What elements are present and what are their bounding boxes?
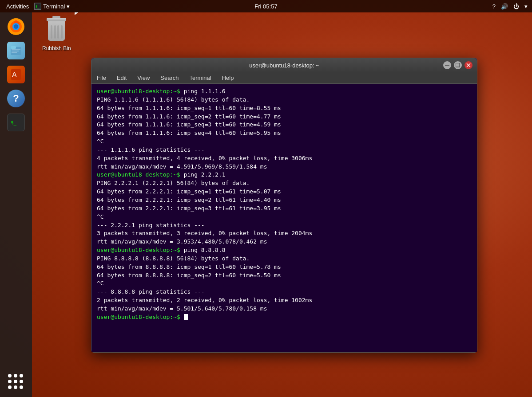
terminal-window-title: user@ubuntu18-desktop: ~ <box>249 62 319 69</box>
svg-text:$_: $_ <box>36 5 40 8</box>
terminal-line: user@ubuntu18-desktop:~$ ping 8.8.8.8 <box>97 246 472 255</box>
activities-button[interactable]: Activities <box>4 3 31 10</box>
terminal-output-line: 64 bytes from 2.2.2.1: icmp_seq=1 ttl=61… <box>97 188 472 196</box>
terminal-menubar: File Edit View Search Terminal Help <box>91 72 477 84</box>
sidebar-item-terminal[interactable]: $_ <box>5 112 27 133</box>
terminal-output-line: 64 bytes from 8.8.8.8: icmp_seq=1 ttl=60… <box>97 263 472 271</box>
topbar-clock: Fri 05:57 <box>254 3 277 10</box>
terminal-output-line: PING 1.1.1.6 (1.1.1.6) 56(84) bytes of d… <box>97 96 472 104</box>
system-dropdown-arrow[interactable]: ▾ <box>524 3 528 10</box>
svg-rect-10 <box>12 52 17 53</box>
rubbish-bin-label: Rubbish Bin <box>42 45 71 51</box>
firefox-icon <box>7 17 25 36</box>
svg-text:A: A <box>12 71 17 79</box>
svg-point-5 <box>14 24 18 29</box>
topbar-terminal-menu[interactable]: $_ Terminal ▾ <box>34 3 70 10</box>
menu-view[interactable]: View <box>135 74 151 82</box>
terminal-content[interactable]: user@ubuntu18-desktop:~$ ping 1.1.1.6PIN… <box>91 84 477 352</box>
sidebar: A ? $_ <box>0 12 32 397</box>
terminal-dock-icon: $_ <box>7 114 25 131</box>
minimize-button[interactable] <box>443 61 451 69</box>
terminal-output-line: 64 bytes from 1.1.1.6: icmp_seq=1 ttl=60… <box>97 104 472 113</box>
terminal-output-line: 64 bytes from 1.1.1.6: icmp_seq=4 ttl=60… <box>97 129 472 138</box>
power-icon[interactable]: ⏻ <box>513 3 519 10</box>
terminal-output-line: 64 bytes from 2.2.2.1: icmp_seq=2 ttl=61… <box>97 196 472 204</box>
appstore-icon: A <box>7 66 25 83</box>
svg-rect-15 <box>445 65 449 66</box>
rubbish-bin-icon <box>45 18 68 43</box>
terminal-output-line: 64 bytes from 1.1.1.6: icmp_seq=3 ttl=60… <box>97 121 472 129</box>
bin-body <box>48 21 65 41</box>
terminal-output-line: --- 2.2.2.1 ping statistics --- <box>97 221 472 230</box>
menu-file[interactable]: File <box>95 74 108 82</box>
svg-rect-9 <box>12 51 19 51</box>
menu-edit[interactable]: Edit <box>115 74 128 82</box>
svg-rect-7 <box>11 46 16 49</box>
terminal-cursor <box>184 314 188 320</box>
terminal-window: user@ubuntu18-desktop: ~ File Edit View … <box>91 58 477 353</box>
terminal-output-line: PING 2.2.2.1 (2.2.2.1) 56(84) bytes of d… <box>97 179 472 188</box>
terminal-prompt-line: user@ubuntu18-desktop:~$ <box>97 313 472 322</box>
close-button[interactable] <box>465 61 472 69</box>
window-controls <box>443 61 472 69</box>
terminal-output-line: 64 bytes from 1.1.1.6: icmp_seq=2 ttl=60… <box>97 113 472 121</box>
terminal-output-line: ^C <box>97 138 472 146</box>
terminal-output-line: --- 1.1.1.6 ping statistics --- <box>97 146 472 154</box>
terminal-output-line: rtt min/avg/max/mdev = 4.591/5.969/8.559… <box>97 163 472 171</box>
svg-text:$_: $_ <box>11 120 17 126</box>
menu-help[interactable]: Help <box>220 74 236 82</box>
help-icon: ? <box>7 90 25 107</box>
files-icon <box>7 42 25 59</box>
terminal-menu-label: Terminal <box>43 3 65 10</box>
sidebar-item-help[interactable]: ? <box>5 88 27 109</box>
sidebar-item-appstore[interactable]: A <box>5 64 27 85</box>
apps-grid-icon <box>8 374 24 390</box>
terminal-line: user@ubuntu18-desktop:~$ ping 1.1.1.6 <box>97 87 472 96</box>
terminal-output-line: 64 bytes from 8.8.8.8: icmp_seq=2 ttl=60… <box>97 271 472 280</box>
mouse-cursor <box>75 12 81 15</box>
restore-button[interactable] <box>454 61 462 69</box>
terminal-output-line: PING 8.8.8.8 (8.8.8.8) 56(84) bytes of d… <box>97 255 472 263</box>
desktop: Activities $_ Terminal ▾ Fri 05:57 ? 🔊 ⏻… <box>0 0 532 397</box>
sidebar-item-firefox[interactable] <box>5 16 27 37</box>
terminal-dropdown-arrow: ▾ <box>67 3 70 10</box>
topbar-right: ? 🔊 ⏻ ▾ <box>492 3 528 10</box>
sidebar-item-files[interactable] <box>5 40 27 61</box>
terminal-line: user@ubuntu18-desktop:~$ ping 2.2.2.1 <box>97 171 472 179</box>
menu-search[interactable]: Search <box>159 74 180 82</box>
terminal-output-line: rtt min/avg/max/mdev = 5.501/5.640/5.780… <box>97 305 472 313</box>
rubbish-bin-desktop-icon[interactable]: Rubbish Bin <box>42 18 71 51</box>
terminal-output-line: 4 packets transmitted, 4 received, 0% pa… <box>97 154 472 163</box>
terminal-menu-icon: $_ <box>34 3 41 10</box>
terminal-output-line: 64 bytes from 2.2.2.1: icmp_seq=3 ttl=61… <box>97 204 472 213</box>
topbar-left: Activities $_ Terminal ▾ <box>4 3 70 10</box>
bin-lid <box>47 18 66 21</box>
terminal-output-line: ^C <box>97 279 472 288</box>
terminal-output-line: rtt min/avg/max/mdev = 3.953/4.480/5.078… <box>97 238 472 246</box>
terminal-output-line: ^C <box>97 213 472 221</box>
volume-icon[interactable]: 🔊 <box>501 3 508 10</box>
menu-terminal[interactable]: Terminal <box>188 74 213 82</box>
terminal-output-line: 2 packets transmitted, 2 received, 0% pa… <box>97 296 472 305</box>
help-indicator: ? <box>492 3 496 10</box>
terminal-output-line: --- 8.8.8.8 ping statistics --- <box>97 288 472 296</box>
svg-rect-8 <box>12 49 20 50</box>
svg-rect-16 <box>456 63 460 67</box>
terminal-output-line: 3 packets transmitted, 3 received, 0% pa… <box>97 229 472 238</box>
topbar: Activities $_ Terminal ▾ Fri 05:57 ? 🔊 ⏻… <box>0 0 532 12</box>
terminal-titlebar: user@ubuntu18-desktop: ~ <box>91 58 477 72</box>
sidebar-item-apps-grid[interactable] <box>5 371 27 393</box>
